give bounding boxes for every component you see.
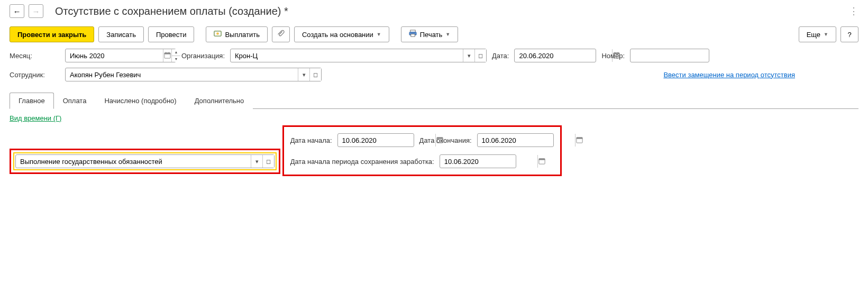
- nav-forward-button: →: [29, 4, 43, 18]
- start-date-group: [337, 133, 414, 147]
- page-title: Отсутствие с сохранением оплаты (создани…: [55, 5, 840, 17]
- open-icon: ◻: [478, 52, 483, 59]
- org-open-button[interactable]: ◻: [474, 49, 486, 62]
- earn-start-calendar-button[interactable]: [537, 155, 546, 168]
- highlight-dates: Дата начала: Дата окончания:: [282, 125, 562, 176]
- svg-rect-5: [411, 34, 415, 36]
- save-label: Записать: [106, 31, 136, 39]
- end-date-input[interactable]: [478, 134, 575, 147]
- save-button[interactable]: Записать: [98, 26, 144, 42]
- earn-start-input[interactable]: [440, 155, 537, 168]
- help-button[interactable]: ?: [840, 26, 858, 42]
- time-type-section-link[interactable]: Вид времени (Г): [10, 114, 61, 122]
- earn-start-label: Дата начала периода сохранения заработка…: [290, 158, 434, 166]
- time-type-input[interactable]: [16, 155, 251, 168]
- chevron-down-icon: ▼: [445, 32, 450, 37]
- create-based-button[interactable]: Создать на основании ▼: [294, 26, 389, 42]
- arrow-right-icon: →: [32, 7, 40, 15]
- more-label: Еще: [807, 31, 820, 39]
- org-label: Организация:: [181, 52, 225, 60]
- more-button[interactable]: Еще ▼: [799, 26, 836, 42]
- employee-input-group: ▾ ◻: [65, 68, 322, 81]
- apply-close-label: Провести и закрыть: [17, 31, 86, 39]
- printer-icon: [409, 30, 417, 39]
- svg-rect-17: [576, 137, 582, 139]
- end-date-calendar-button[interactable]: [575, 134, 583, 147]
- substitute-link[interactable]: Ввести замещение на период отсутствия: [663, 71, 795, 79]
- svg-point-1: [217, 32, 220, 35]
- kebab-icon: ⋮: [849, 6, 858, 16]
- question-icon: ?: [847, 31, 851, 39]
- number-label: Номер:: [601, 52, 625, 60]
- month-calendar-button[interactable]: [163, 49, 171, 62]
- tab-payment[interactable]: Оплата: [54, 93, 96, 109]
- date-label: Дата:: [492, 52, 509, 60]
- svg-rect-19: [539, 158, 545, 160]
- create-based-label: Создать на основании: [302, 31, 373, 39]
- svg-rect-7: [165, 52, 170, 54]
- calendar-icon: [575, 136, 583, 145]
- month-spin-down[interactable]: ▼: [172, 56, 180, 62]
- date-input-group: [514, 49, 596, 62]
- employee-label: Сотрудник:: [10, 71, 60, 79]
- number-input[interactable]: [631, 49, 728, 62]
- money-icon: [214, 30, 222, 39]
- nav-back-button[interactable]: ←: [10, 4, 24, 18]
- calendar-icon: [538, 157, 546, 166]
- org-dropdown-button[interactable]: ▾: [463, 49, 474, 62]
- svg-rect-3: [410, 30, 415, 32]
- highlight-time-type: ▾ ◻: [10, 149, 280, 174]
- apply-close-button[interactable]: Провести и закрыть: [10, 26, 94, 42]
- employee-input[interactable]: [66, 68, 298, 81]
- month-input-group: ▲ ▼: [65, 49, 176, 62]
- employee-open-button[interactable]: ◻: [309, 68, 321, 81]
- org-input[interactable]: [231, 49, 463, 62]
- apply-label: Провести: [156, 31, 187, 39]
- highlight-time-type-inner: ▾ ◻: [13, 152, 277, 170]
- print-label: Печать: [420, 31, 443, 39]
- tab-bar: Главное Оплата Начислено (подробно) Допо…: [10, 92, 858, 109]
- payout-label: Выплатить: [225, 31, 260, 39]
- time-type-input-group: ▾ ◻: [15, 154, 275, 168]
- arrow-left-icon: ←: [13, 7, 21, 15]
- paperclip-icon: [277, 30, 285, 39]
- time-type-dropdown-button[interactable]: ▾: [251, 155, 262, 168]
- month-label: Месяц:: [10, 52, 60, 60]
- apply-button[interactable]: Провести: [148, 26, 195, 42]
- chevron-down-icon: ▾: [468, 52, 471, 59]
- employee-dropdown-button[interactable]: ▾: [298, 68, 309, 81]
- chevron-down-icon: ▾: [255, 158, 259, 165]
- payout-button[interactable]: Выплатить: [206, 26, 268, 42]
- date-input[interactable]: [515, 49, 612, 62]
- month-spin-up[interactable]: ▲: [172, 49, 180, 56]
- earn-start-group: [440, 154, 516, 168]
- calendar-icon: [163, 51, 171, 60]
- number-input-group: [630, 49, 709, 62]
- chevron-down-icon: ▾: [303, 71, 306, 78]
- month-input[interactable]: [66, 49, 163, 62]
- open-icon: ◻: [266, 158, 271, 165]
- kebab-menu-button[interactable]: ⋮: [845, 3, 863, 19]
- start-date-label: Дата начала:: [290, 136, 332, 144]
- chevron-down-icon: ▼: [824, 32, 828, 37]
- end-date-group: [477, 133, 554, 147]
- open-icon: ◻: [313, 71, 318, 78]
- end-date-label: Дата окончания:: [419, 136, 472, 144]
- chevron-down-icon: ▼: [377, 32, 381, 37]
- tab-accrued[interactable]: Начислено (подробно): [95, 93, 185, 109]
- tab-extra[interactable]: Дополнительно: [186, 93, 253, 109]
- time-type-open-button[interactable]: ◻: [262, 155, 274, 168]
- tab-main[interactable]: Главное: [10, 93, 54, 109]
- attach-button[interactable]: [272, 26, 290, 42]
- org-input-group: ▾ ◻: [230, 49, 487, 62]
- print-button[interactable]: Печать ▼: [401, 26, 459, 42]
